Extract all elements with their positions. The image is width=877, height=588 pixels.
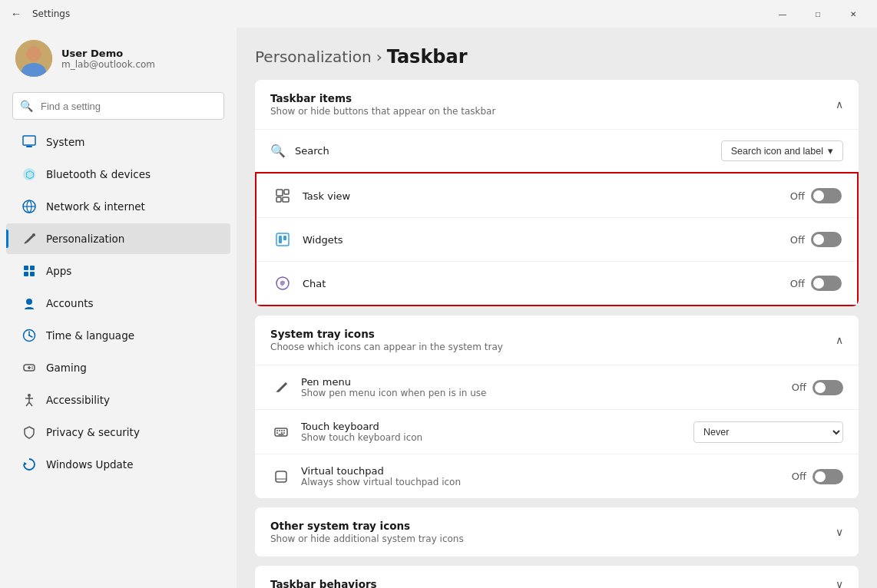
titlebar-controls: — □ ✕: [765, 0, 871, 28]
avatar-image: [15, 40, 52, 77]
sidebar-label-gaming: Gaming: [46, 362, 87, 374]
sidebar-item-network[interactable]: Network & internet: [6, 191, 230, 222]
chat-info: Chat: [303, 278, 790, 289]
taskbar-items-title: Taskbar items: [270, 92, 495, 104]
svg-point-9: [32, 233, 35, 236]
close-button[interactable]: ✕: [836, 0, 871, 28]
svg-rect-29: [276, 190, 283, 196]
user-name: User Demo: [61, 48, 155, 59]
avatar: [15, 40, 52, 77]
titlebar: ← Settings — □ ✕: [0, 0, 877, 28]
touch-keyboard-label: Touch keyboard: [301, 421, 693, 432]
taskbar-behaviors-collapse-btn[interactable]: ∨: [836, 578, 843, 588]
widgets-icon: [272, 229, 293, 250]
privacy-icon: [22, 424, 37, 440]
windows-update-icon: [22, 457, 37, 472]
personalization-icon: [22, 231, 37, 246]
sidebar-item-time[interactable]: Time & language: [6, 320, 230, 351]
search-setting-row: 🔍 Search Search icon and label ▾: [255, 129, 859, 172]
taskbar-behaviors-card: Taskbar behaviors ∨: [255, 566, 859, 588]
sidebar-item-system[interactable]: System: [6, 127, 230, 157]
pen-menu-row: Pen menu Show pen menu icon when pen is …: [255, 365, 859, 409]
search-setting-label: Search: [295, 145, 721, 157]
system-tray-card: System tray icons Choose which icons can…: [255, 315, 859, 498]
task-view-toggle-thumb: [813, 190, 824, 201]
chat-label: Chat: [303, 278, 790, 289]
touch-keyboard-info: Touch keyboard Show touch keyboard icon: [301, 421, 693, 443]
maximize-button[interactable]: □: [800, 0, 836, 28]
user-info: User Demo m_lab@outlook.com: [61, 48, 155, 70]
touch-keyboard-icon: [270, 421, 292, 443]
sidebar-label-accessibility: Accessibility: [46, 394, 110, 406]
svg-rect-3: [23, 136, 35, 145]
svg-rect-32: [283, 197, 289, 202]
widgets-label: Widgets: [303, 234, 790, 246]
svg-point-14: [26, 299, 32, 305]
sidebar-item-accessibility[interactable]: Accessibility: [6, 385, 230, 415]
touch-keyboard-desc: Show touch keyboard icon: [301, 432, 693, 443]
breadcrumb-current: Taskbar: [387, 46, 468, 68]
svg-point-21: [31, 366, 33, 368]
sidebar-label-windows-update: Windows Update: [46, 458, 133, 471]
svg-line-27: [29, 402, 32, 406]
chevron-down-icon: ▾: [828, 145, 833, 157]
main-content: Personalization › Taskbar Taskbar items …: [237, 28, 877, 588]
chat-toggle[interactable]: [811, 276, 842, 291]
search-input[interactable]: [12, 92, 224, 120]
chat-control: Off: [790, 276, 842, 291]
sidebar-item-accounts[interactable]: Accounts: [6, 288, 230, 319]
app-body: User Demo m_lab@outlook.com 🔍 System ⬡ B…: [0, 28, 877, 588]
user-profile[interactable]: User Demo m_lab@outlook.com: [0, 28, 237, 89]
touch-keyboard-dropdown[interactable]: Never Always When no keyboard attached: [693, 421, 843, 443]
search-dropdown-btn[interactable]: Search icon and label ▾: [721, 140, 843, 161]
breadcrumb: Personalization › Taskbar: [255, 46, 859, 68]
taskbar-items-subtitle: Show or hide buttons that appear on the …: [270, 106, 495, 117]
minimize-button[interactable]: —: [765, 0, 800, 28]
sidebar-item-personalization[interactable]: Personalization: [6, 223, 230, 254]
taskbar-behaviors-header: Taskbar behaviors ∨: [255, 566, 859, 588]
gaming-icon: [22, 360, 37, 375]
sidebar-item-bluetooth[interactable]: ⬡ Bluetooth & devices: [6, 159, 230, 190]
task-view-control: Off: [790, 188, 842, 203]
virtual-touchpad-toggle[interactable]: [812, 469, 843, 484]
virtual-touchpad-control: Off: [792, 469, 843, 484]
breadcrumb-separator: ›: [376, 48, 382, 66]
svg-line-17: [29, 335, 32, 337]
pen-menu-info: Pen menu Show pen menu icon when pen is …: [301, 376, 792, 398]
system-icon: [22, 134, 37, 150]
taskbar-behaviors-title-group: Taskbar behaviors: [270, 578, 377, 588]
task-view-toggle[interactable]: [811, 188, 842, 203]
sidebar-item-privacy[interactable]: Privacy & security: [6, 417, 230, 448]
svg-rect-30: [284, 190, 289, 194]
back-button[interactable]: ←: [6, 5, 26, 23]
sidebar-label-system: System: [46, 136, 84, 148]
sidebar-item-apps[interactable]: Apps: [6, 256, 230, 286]
sidebar-item-windows-update[interactable]: Windows Update: [6, 449, 230, 480]
touch-keyboard-row: Touch keyboard Show touch keyboard icon …: [255, 409, 859, 454]
taskbar-items-collapse-btn[interactable]: ∧: [836, 98, 843, 111]
system-tray-collapse-btn[interactable]: ∧: [836, 334, 843, 346]
breadcrumb-parent: Personalization: [255, 48, 372, 66]
bluetooth-icon: ⬡: [22, 167, 37, 182]
widgets-toggle-thumb: [813, 234, 824, 245]
svg-rect-11: [30, 266, 35, 270]
search-setting-icon: 🔍: [270, 144, 286, 158]
virtual-touchpad-status: Off: [792, 471, 806, 482]
virtual-touchpad-toggle-thumb: [815, 471, 826, 482]
sidebar: User Demo m_lab@outlook.com 🔍 System ⬡ B…: [0, 28, 237, 588]
taskbar-items-header: Taskbar items Show or hide buttons that …: [255, 80, 859, 129]
titlebar-left: ← Settings: [6, 5, 70, 23]
svg-rect-13: [30, 272, 35, 276]
touch-keyboard-control: Never Always When no keyboard attached: [693, 421, 843, 443]
pen-menu-toggle[interactable]: [812, 380, 843, 395]
widgets-row: Widgets Off: [256, 217, 857, 261]
virtual-touchpad-info: Virtual touchpad Always show virtual tou…: [301, 465, 792, 487]
sidebar-item-gaming[interactable]: Gaming: [6, 352, 230, 383]
svg-rect-46: [276, 471, 286, 482]
virtual-touchpad-desc: Always show virtual touchpad icon: [301, 477, 792, 487]
task-view-label: Task view: [303, 190, 790, 202]
pen-menu-desc: Show pen menu icon when pen is in use: [301, 388, 792, 398]
widgets-toggle[interactable]: [811, 232, 842, 247]
svg-point-22: [31, 368, 33, 369]
other-tray-collapse-btn[interactable]: ∨: [836, 526, 843, 538]
